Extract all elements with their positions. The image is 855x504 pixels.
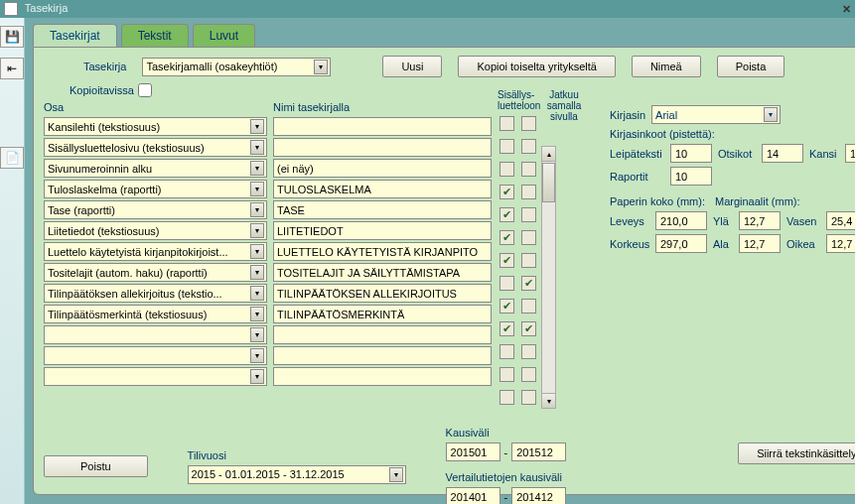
jatkuu-checkbox[interactable] [521, 276, 536, 291]
nimi-input[interactable] [273, 117, 492, 136]
poista-button[interactable]: Poista [717, 56, 785, 77]
sisallys-checkbox[interactable] [499, 253, 514, 268]
tasekirja-select-value: Tasekirjamalli (osakeyhtiöt) [146, 61, 277, 72]
kopioi-button[interactable]: Kopioi toiselta yritykseltä [458, 56, 615, 77]
nimi-input[interactable]: LUETTELO KÄYTETYISTÄ KIRJANPITO [273, 242, 492, 261]
col-sisallys1: Sisällys- [498, 89, 534, 100]
otsikot-input[interactable] [762, 144, 803, 163]
tab-tasekirjat[interactable]: Tasekirjat [33, 24, 117, 47]
jatkuu-checkbox[interactable] [521, 367, 536, 382]
nimi-input[interactable]: TULOSLASKELMA [273, 180, 492, 198]
leveys-input[interactable] [655, 211, 707, 230]
osa-select[interactable]: Kansilehti (tekstiosuus)▾ [44, 117, 267, 136]
kausi-to-input[interactable] [511, 442, 566, 461]
poistu-button[interactable]: Poistu [44, 455, 148, 477]
jatkuu-checkbox[interactable] [521, 139, 536, 154]
nimi-input[interactable]: TILINPÄÄTÖSMERKINTÄ [273, 305, 492, 323]
osa-select[interactable]: Tositelajit (autom. haku) (raportti)▾ [44, 263, 267, 282]
close-icon[interactable]: ✕ [842, 3, 851, 16]
osa-select[interactable]: Tilinpäätösmerkintä (tekstiosuus)▾ [44, 305, 267, 323]
kopioitavissa-checkbox[interactable] [138, 83, 152, 97]
tasekirja-select[interactable]: Tasekirjamalli (osakeyhtiöt) ▾ [142, 58, 331, 76]
ala-input[interactable] [739, 234, 781, 253]
kansi-input[interactable] [845, 144, 855, 163]
sisallys-checkbox[interactable] [499, 344, 514, 359]
jatkuu-checkbox[interactable] [521, 253, 536, 268]
scroll-up-icon[interactable]: ▴ [542, 147, 555, 162]
korkeus-input[interactable] [655, 234, 707, 253]
tab-luvut[interactable]: Luvut [193, 24, 255, 47]
sisallys-checkbox[interactable] [499, 367, 514, 382]
oikea-input[interactable] [826, 234, 855, 253]
save-icon[interactable]: 💾 [0, 26, 24, 48]
jatkuu-checkbox[interactable] [521, 344, 536, 359]
otsikot-label: Otsikot [718, 148, 756, 160]
tab-tekstit[interactable]: Tekstit [121, 24, 189, 47]
jatkuu-checkbox[interactable] [521, 321, 536, 336]
chevron-down-icon: ▾ [250, 327, 264, 342]
nimi-input[interactable]: TOSITELAJIT JA SÄILYTTÄMISTAPA [273, 263, 492, 282]
tasekirja-label: Tasekirja [83, 61, 126, 72]
osa-select[interactable]: Tilinpäätöksen allekirjoitus (tekstio...… [44, 284, 267, 303]
sisallys-checkbox[interactable] [499, 299, 514, 314]
jatkuu-checkbox[interactable] [521, 299, 536, 314]
vertailu-label: Vertailutietojen kausiväli [446, 471, 567, 483]
osa-select[interactable]: ▾ [44, 346, 267, 365]
sisallys-checkbox[interactable] [499, 162, 514, 177]
nimi-input[interactable]: TILINPÄÄTÖKSEN ALLEKIRJOITUS [273, 284, 492, 303]
osa-select[interactable]: Luettelo käytetyistä kirjanpitokirjoist.… [44, 242, 267, 261]
nimea-button[interactable]: Nimeä [632, 56, 701, 77]
sisallys-checkbox[interactable] [499, 207, 514, 222]
osa-select[interactable]: Sisällysluettelosivu (tekstiosuus)▾ [44, 138, 267, 157]
scroll-down-icon[interactable]: ▾ [542, 393, 555, 408]
sisallys-checkbox[interactable] [499, 276, 514, 291]
vertailu-to-input[interactable] [511, 487, 566, 504]
kausi-from-input[interactable] [446, 442, 500, 461]
document-icon[interactable]: 📄 [0, 147, 24, 169]
nimi-input[interactable] [273, 346, 492, 365]
osa-value: Liitetiedot (tekstiosuus) [48, 225, 160, 237]
tilivuosi-value: 2015 - 01.01.2015 - 31.12.2015 [192, 468, 345, 480]
sisallys-checkbox[interactable] [499, 321, 514, 336]
osa-select[interactable]: ▾ [44, 325, 267, 344]
sisallys-checkbox[interactable] [499, 139, 514, 154]
sisallys-checkbox[interactable] [499, 185, 514, 199]
osa-select[interactable]: ▾ [44, 367, 267, 386]
osa-select[interactable]: Tase (raportti)▾ [44, 200, 267, 219]
titlebar: Tasekirja ✕ [0, 0, 855, 18]
panel-tasekirjat: Tasekirja Tasekirjamalli (osakeyhtiöt) ▾… [33, 47, 855, 495]
nimi-input[interactable] [273, 325, 492, 344]
chevron-down-icon: ▾ [250, 265, 264, 280]
nimi-input[interactable]: TASE [273, 200, 492, 219]
nimi-input[interactable] [273, 367, 492, 386]
sisallys-checkbox[interactable] [499, 230, 514, 245]
osa-select[interactable]: Tuloslaskelma (raportti)▾ [44, 180, 267, 198]
osa-select[interactable]: Sivunumeroinnin alku▾ [44, 159, 267, 178]
nimi-input[interactable]: LIITETIEDOT [273, 221, 492, 240]
jatkuu-checkbox[interactable] [521, 185, 536, 199]
right-settings: Kirjasin Arial ▾ Kirjasinkoot (pistettä)… [604, 101, 855, 409]
jatkuu-checkbox[interactable] [521, 207, 536, 222]
vertailu-from-input[interactable] [446, 487, 500, 504]
leipateksti-input[interactable] [670, 144, 712, 163]
osa-select[interactable]: Liitetiedot (tekstiosuus)▾ [44, 221, 267, 240]
siirra-button[interactable]: Siirrä tekstinkäsittelyyn [738, 442, 855, 464]
yla-input[interactable] [739, 211, 781, 230]
exit-icon[interactable]: ⇤ [0, 58, 24, 79]
sisallys-checkbox[interactable] [499, 116, 514, 131]
jatkuu-checkbox[interactable] [521, 116, 536, 131]
jatkuu-checkbox[interactable] [521, 162, 536, 177]
jatkuu-checkbox[interactable] [521, 230, 536, 245]
sisallys-checkbox[interactable] [499, 390, 514, 405]
nimi-input[interactable]: (ei näy) [273, 159, 492, 178]
uusi-button[interactable]: Uusi [382, 56, 442, 77]
chevron-down-icon: ▾ [250, 369, 264, 384]
scrollbar[interactable]: ▴ ▾ [541, 146, 556, 409]
scroll-thumb[interactable] [542, 163, 555, 202]
jatkuu-checkbox[interactable] [521, 390, 536, 405]
tilivuosi-select[interactable]: 2015 - 01.01.2015 - 31.12.2015 ▾ [188, 465, 406, 484]
nimi-input[interactable] [273, 138, 492, 157]
vasen-input[interactable] [826, 211, 855, 230]
font-select[interactable]: Arial ▾ [651, 105, 781, 124]
raportit-input[interactable] [670, 167, 712, 186]
